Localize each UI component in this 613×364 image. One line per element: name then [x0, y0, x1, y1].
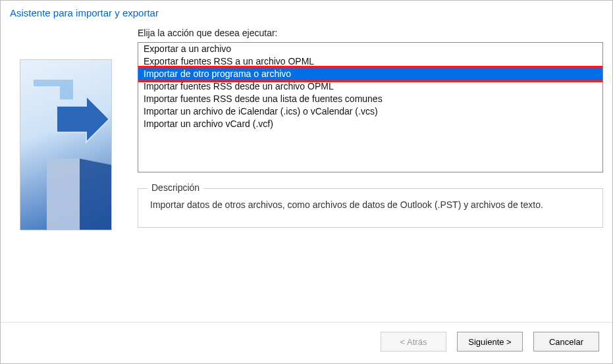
next-button[interactable]: Siguiente > — [457, 332, 523, 351]
wizard-image-column — [10, 28, 122, 317]
description-text: Importar datos de otros archivos, como a… — [150, 198, 591, 211]
dialog-content: Elija la acción que desea ejecutar: Expo… — [1, 28, 612, 322]
action-item[interactable]: Exportar a un archivo — [138, 43, 602, 55]
svg-marker-0 — [34, 80, 73, 99]
action-item[interactable]: Importar un archivo de iCalendar (.ics) … — [138, 105, 602, 118]
action-item[interactable]: Importar un archivo vCard (.vcf) — [138, 118, 602, 130]
back-button[interactable]: < Atrás — [381, 332, 446, 351]
prompt-label: Elija la acción que desea ejecutar: — [138, 28, 603, 38]
button-row: < Atrás Siguiente > Cancelar — [1, 322, 612, 363]
cancel-button[interactable]: Cancelar — [533, 332, 599, 351]
main-column: Elija la acción que desea ejecutar: Expo… — [138, 28, 603, 317]
action-item[interactable]: Importar fuentes RSS desde una lista de … — [138, 93, 602, 105]
action-item[interactable]: Importar fuentes RSS desde un archivo OP… — [138, 80, 602, 93]
wizard-dialog: Asistente para importar y exportar Elija… — [0, 0, 613, 364]
svg-marker-3 — [47, 159, 80, 230]
dialog-title: Asistente para importar y exportar — [1, 1, 612, 28]
action-listbox[interactable]: Exportar a un archivo Exportar fuentes R… — [138, 42, 603, 172]
description-fieldset: Descripción Importar datos de otros arch… — [138, 188, 603, 228]
description-legend: Descripción — [147, 182, 203, 193]
wizard-decorative-image — [20, 59, 112, 230]
svg-marker-1 — [57, 96, 109, 142]
